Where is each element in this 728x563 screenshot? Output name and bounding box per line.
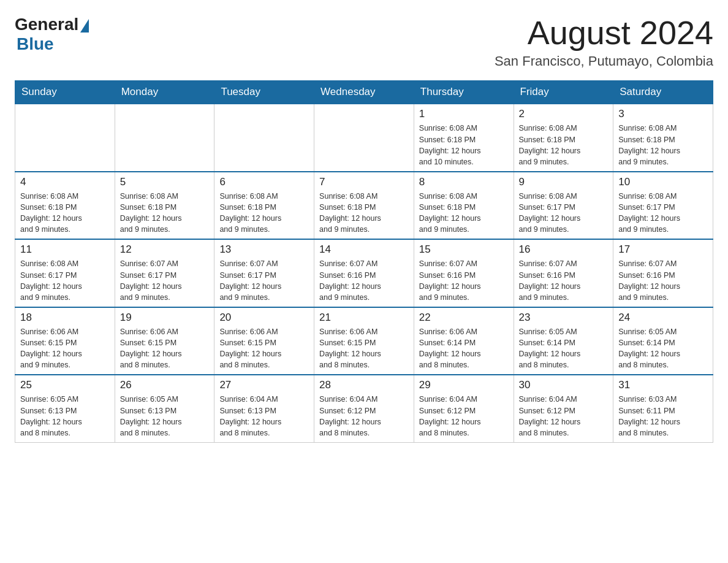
day-number: 21 [319, 312, 409, 324]
day-info: Sunrise: 6:07 AM Sunset: 6:16 PM Dayligh… [419, 258, 509, 303]
weekday-header-wednesday: Wednesday [314, 81, 414, 104]
day-number: 6 [219, 176, 309, 188]
day-number: 26 [120, 379, 210, 391]
calendar-cell: 28Sunrise: 6:04 AM Sunset: 6:12 PM Dayli… [314, 375, 414, 442]
calendar-cell: 30Sunrise: 6:04 AM Sunset: 6:12 PM Dayli… [514, 375, 613, 442]
calendar-cell: 29Sunrise: 6:04 AM Sunset: 6:12 PM Dayli… [414, 375, 514, 442]
day-number: 15 [419, 243, 509, 256]
day-info: Sunrise: 6:05 AM Sunset: 6:14 PM Dayligh… [618, 326, 708, 371]
calendar-cell: 6Sunrise: 6:08 AM Sunset: 6:18 PM Daylig… [214, 172, 314, 240]
day-number: 1 [419, 108, 509, 120]
day-info: Sunrise: 6:08 AM Sunset: 6:18 PM Dayligh… [419, 123, 509, 167]
calendar-cell [314, 104, 414, 172]
day-number: 13 [219, 243, 309, 256]
day-number: 30 [519, 379, 609, 391]
calendar-title: August 2024 [495, 15, 713, 51]
day-info: Sunrise: 6:04 AM Sunset: 6:12 PM Dayligh… [519, 394, 609, 439]
day-info: Sunrise: 6:08 AM Sunset: 6:18 PM Dayligh… [219, 191, 309, 236]
weekday-header-monday: Monday [115, 81, 214, 104]
day-info: Sunrise: 6:03 AM Sunset: 6:11 PM Dayligh… [618, 394, 708, 439]
day-info: Sunrise: 6:08 AM Sunset: 6:18 PM Dayligh… [319, 191, 409, 236]
logo-blue-text: Blue [17, 34, 54, 54]
calendar-cell: 22Sunrise: 6:06 AM Sunset: 6:14 PM Dayli… [414, 307, 514, 375]
day-info: Sunrise: 6:05 AM Sunset: 6:13 PM Dayligh… [120, 394, 210, 439]
day-number: 18 [20, 312, 110, 324]
day-number: 22 [419, 312, 509, 324]
day-info: Sunrise: 6:08 AM Sunset: 6:18 PM Dayligh… [419, 191, 509, 236]
day-info: Sunrise: 6:06 AM Sunset: 6:15 PM Dayligh… [219, 326, 309, 371]
calendar-cell [115, 104, 214, 172]
calendar-cell: 5Sunrise: 6:08 AM Sunset: 6:18 PM Daylig… [115, 172, 214, 240]
calendar-cell: 4Sunrise: 6:08 AM Sunset: 6:18 PM Daylig… [15, 172, 115, 240]
calendar-cell: 8Sunrise: 6:08 AM Sunset: 6:18 PM Daylig… [414, 172, 514, 240]
logo: General Blue [15, 15, 89, 54]
calendar-subtitle: San Francisco, Putumayo, Colombia [495, 53, 713, 69]
week-row-4: 18Sunrise: 6:06 AM Sunset: 6:15 PM Dayli… [15, 307, 713, 375]
day-number: 9 [519, 176, 609, 188]
calendar-cell: 17Sunrise: 6:07 AM Sunset: 6:16 PM Dayli… [613, 239, 713, 307]
calendar-cell: 26Sunrise: 6:05 AM Sunset: 6:13 PM Dayli… [115, 375, 214, 442]
day-info: Sunrise: 6:06 AM Sunset: 6:15 PM Dayligh… [20, 326, 110, 371]
logo-top: General [15, 15, 89, 34]
day-number: 23 [519, 312, 609, 324]
calendar-cell: 10Sunrise: 6:08 AM Sunset: 6:17 PM Dayli… [613, 172, 713, 240]
day-number: 25 [20, 379, 110, 391]
day-number: 27 [219, 379, 309, 391]
day-info: Sunrise: 6:07 AM Sunset: 6:17 PM Dayligh… [120, 258, 210, 303]
day-info: Sunrise: 6:05 AM Sunset: 6:13 PM Dayligh… [20, 394, 110, 439]
day-info: Sunrise: 6:08 AM Sunset: 6:17 PM Dayligh… [20, 258, 110, 303]
title-block: August 2024 San Francisco, Putumayo, Col… [495, 15, 713, 69]
calendar-cell [15, 104, 115, 172]
day-number: 28 [319, 379, 409, 391]
calendar-cell: 7Sunrise: 6:08 AM Sunset: 6:18 PM Daylig… [314, 172, 414, 240]
day-info: Sunrise: 6:08 AM Sunset: 6:18 PM Dayligh… [519, 123, 609, 167]
page: General Blue August 2024 San Francisco, … [0, 0, 728, 458]
day-number: 31 [618, 379, 708, 391]
day-info: Sunrise: 6:04 AM Sunset: 6:12 PM Dayligh… [319, 394, 409, 439]
day-number: 5 [120, 176, 210, 188]
day-info: Sunrise: 6:07 AM Sunset: 6:17 PM Dayligh… [219, 258, 309, 303]
week-row-2: 4Sunrise: 6:08 AM Sunset: 6:18 PM Daylig… [15, 172, 713, 240]
day-number: 3 [618, 108, 708, 120]
calendar-table: SundayMondayTuesdayWednesdayThursdayFrid… [15, 80, 713, 443]
weekday-header-row: SundayMondayTuesdayWednesdayThursdayFrid… [15, 81, 713, 104]
day-number: 7 [319, 176, 409, 188]
week-row-3: 11Sunrise: 6:08 AM Sunset: 6:17 PM Dayli… [15, 239, 713, 307]
calendar-cell: 23Sunrise: 6:05 AM Sunset: 6:14 PM Dayli… [514, 307, 613, 375]
weekday-header-tuesday: Tuesday [214, 81, 314, 104]
calendar-cell: 19Sunrise: 6:06 AM Sunset: 6:15 PM Dayli… [115, 307, 214, 375]
calendar-cell: 1Sunrise: 6:08 AM Sunset: 6:18 PM Daylig… [414, 104, 514, 172]
day-number: 14 [319, 243, 409, 256]
calendar-cell: 11Sunrise: 6:08 AM Sunset: 6:17 PM Dayli… [15, 239, 115, 307]
day-info: Sunrise: 6:08 AM Sunset: 6:18 PM Dayligh… [20, 191, 110, 236]
calendar-cell [214, 104, 314, 172]
week-row-1: 1Sunrise: 6:08 AM Sunset: 6:18 PM Daylig… [15, 104, 713, 172]
logo-general-text: General [15, 15, 78, 34]
day-number: 10 [618, 176, 708, 188]
day-number: 2 [519, 108, 609, 120]
day-number: 12 [120, 243, 210, 256]
calendar-cell: 16Sunrise: 6:07 AM Sunset: 6:16 PM Dayli… [514, 239, 613, 307]
weekday-header-thursday: Thursday [414, 81, 514, 104]
day-info: Sunrise: 6:04 AM Sunset: 6:12 PM Dayligh… [419, 394, 509, 439]
day-info: Sunrise: 6:07 AM Sunset: 6:16 PM Dayligh… [618, 258, 708, 303]
day-info: Sunrise: 6:08 AM Sunset: 6:17 PM Dayligh… [519, 191, 609, 236]
day-info: Sunrise: 6:08 AM Sunset: 6:18 PM Dayligh… [618, 123, 708, 167]
day-info: Sunrise: 6:08 AM Sunset: 6:18 PM Dayligh… [120, 191, 210, 236]
calendar-cell: 13Sunrise: 6:07 AM Sunset: 6:17 PM Dayli… [214, 239, 314, 307]
calendar-cell: 18Sunrise: 6:06 AM Sunset: 6:15 PM Dayli… [15, 307, 115, 375]
calendar-cell: 2Sunrise: 6:08 AM Sunset: 6:18 PM Daylig… [514, 104, 613, 172]
calendar-cell: 20Sunrise: 6:06 AM Sunset: 6:15 PM Dayli… [214, 307, 314, 375]
calendar-cell: 21Sunrise: 6:06 AM Sunset: 6:15 PM Dayli… [314, 307, 414, 375]
day-info: Sunrise: 6:05 AM Sunset: 6:14 PM Dayligh… [519, 326, 609, 371]
day-info: Sunrise: 6:07 AM Sunset: 6:16 PM Dayligh… [519, 258, 609, 303]
day-info: Sunrise: 6:06 AM Sunset: 6:14 PM Dayligh… [419, 326, 509, 371]
day-info: Sunrise: 6:04 AM Sunset: 6:13 PM Dayligh… [219, 394, 309, 439]
day-number: 29 [419, 379, 509, 391]
day-number: 8 [419, 176, 509, 188]
day-number: 20 [219, 312, 309, 324]
weekday-header-friday: Friday [514, 81, 613, 104]
day-info: Sunrise: 6:08 AM Sunset: 6:17 PM Dayligh… [618, 191, 708, 236]
header: General Blue August 2024 San Francisco, … [15, 15, 713, 69]
calendar-cell: 3Sunrise: 6:08 AM Sunset: 6:18 PM Daylig… [613, 104, 713, 172]
